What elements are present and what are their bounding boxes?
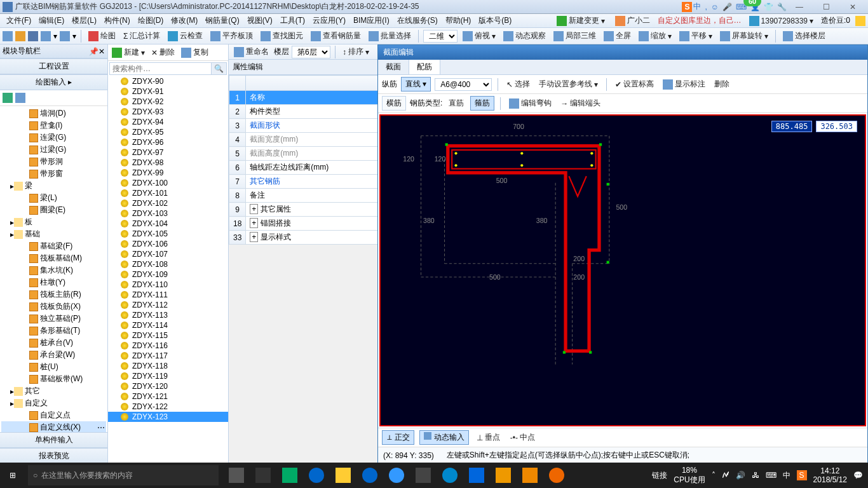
tree-item[interactable]: ▸板 [1, 216, 106, 228]
list-item[interactable]: ZDYX-123 [108, 412, 228, 422]
list-item[interactable]: ZDYX-115 [108, 330, 228, 341]
notif-icon[interactable]: 💬 [853, 471, 863, 480]
pin-icon[interactable]: 📌 [89, 47, 98, 56]
top-view-button[interactable]: 俯视 ▾ [460, 29, 498, 43]
tray-sogou-icon[interactable]: S [797, 470, 807, 480]
list-item[interactable]: ZDYX-120 [108, 381, 228, 391]
ortho-button[interactable]: ⊥ 正交 [382, 430, 414, 445]
menu-tools[interactable]: 工具(T) [276, 14, 309, 27]
straight-button[interactable]: 直筋 [446, 97, 466, 110]
list-item[interactable]: ZDYX-92 [108, 97, 228, 107]
menu-modify[interactable]: 修改(M) [167, 14, 201, 27]
edit-hook-button[interactable]: 编辑弯钩 [506, 97, 554, 110]
tray-up-icon[interactable]: ˄ [712, 471, 715, 480]
list-item[interactable]: ZDYX-108 [108, 259, 228, 269]
menu-help[interactable]: 帮助(H) [442, 14, 475, 27]
close-button[interactable]: ✕ [840, 1, 865, 13]
clock[interactable]: 14:122018/5/12 [813, 466, 847, 484]
ime-icons[interactable]: 中 , ☺ 🎤 ⌨ 👤 👕 🔧 [693, 1, 787, 12]
perp-button[interactable]: ⊥ 垂点 [474, 431, 503, 444]
tree-item[interactable]: 筏板主筋(R) [1, 288, 106, 301]
app-icon[interactable] [464, 463, 489, 488]
tree-item[interactable]: 独立基础(P) [1, 313, 106, 325]
search-button[interactable]: 🔍 [212, 62, 227, 75]
tree-item[interactable]: 筏板基础(M) [1, 252, 106, 264]
set-elev-button[interactable]: ✔ 设置标高 [613, 78, 656, 91]
redo-icon[interactable] [60, 31, 70, 41]
item-list[interactable]: ZDYX-90ZDYX-91ZDYX-92ZDYX-93ZDYX-94ZDYX-… [108, 76, 228, 464]
list-item[interactable]: ZDYX-105 [108, 229, 228, 239]
local-3d-button[interactable]: 局部三维 [551, 29, 599, 43]
flat-top-button[interactable]: 平齐板顶 [208, 29, 255, 43]
undo-icon[interactable] [41, 31, 51, 41]
sort-button[interactable]: ↕ 排序 ▾ [340, 45, 372, 58]
pan-button[interactable]: 平移 ▾ [677, 29, 715, 43]
tray-lang[interactable]: 中 [783, 470, 790, 481]
tree-item[interactable]: 墙洞(D) [1, 107, 106, 119]
list-item[interactable]: ZDYX-98 [108, 158, 228, 168]
list-item[interactable]: ZDYX-122 [108, 402, 228, 412]
update-badge[interactable]: 60 [743, 0, 761, 6]
app-icon[interactable] [277, 463, 302, 488]
tree-item[interactable]: 承台梁(W) [1, 349, 106, 361]
orbit-button[interactable]: 动态观察 [501, 29, 548, 43]
tree-item[interactable]: 梁(L) [1, 192, 106, 204]
undo-dd[interactable]: ▾ [53, 32, 57, 41]
tray-vol-icon[interactable]: 🔊 [736, 471, 745, 480]
tree-item[interactable]: 条形基础(T) [1, 325, 106, 337]
select-floor-button[interactable]: 选择楼层 [780, 29, 828, 43]
nav-sec-single[interactable]: 单构件输入 [0, 432, 107, 448]
menu-component[interactable]: 构件(N) [100, 14, 134, 27]
list-item[interactable]: ZDYX-109 [108, 269, 228, 280]
line-button[interactable]: 直线 ▾ [401, 77, 431, 92]
rename-button[interactable]: 重命名 [231, 45, 271, 58]
store-icon[interactable] [410, 463, 436, 488]
list-item[interactable]: ZDYX-113 [108, 310, 228, 320]
tree-item[interactable]: 基础梁(F) [1, 240, 106, 252]
list-item[interactable]: ZDYX-91 [108, 86, 228, 97]
menu-file[interactable]: 文件(F) [3, 14, 35, 27]
tray-net-icon[interactable]: 🖧 [752, 471, 759, 480]
cpu-meter[interactable]: 18%CPU使用 [674, 466, 705, 485]
cloud-check-button[interactable]: 云检查 [165, 29, 205, 43]
draw-button[interactable]: 绘图 [86, 29, 118, 43]
open-icon[interactable] [15, 31, 25, 41]
app-icon[interactable] [437, 463, 463, 488]
tree-item[interactable]: 集水坑(K) [1, 264, 106, 276]
nav-sec-report[interactable]: 报表预览 [0, 448, 107, 464]
maximize-button[interactable]: ☐ [813, 1, 839, 13]
tree-item[interactable]: 连梁(G) [1, 132, 106, 144]
sum-button[interactable]: Σ 汇总计算 [121, 29, 163, 43]
tree-item[interactable]: 桩承台(V) [1, 337, 106, 349]
taskview-icon[interactable] [224, 463, 249, 488]
tree-item[interactable]: 桩(U) [1, 361, 106, 373]
app-icon[interactable] [491, 463, 516, 488]
tree-item[interactable]: 筏板负筋(X) [1, 301, 106, 313]
del-item-button[interactable]: ✕ 删除 [149, 46, 177, 59]
ime-icon[interactable]: 🔧 [777, 3, 787, 11]
nav-sec-project[interactable]: 工程设置 [0, 58, 107, 74]
batch-sel-button[interactable]: 批量选择 [366, 29, 414, 43]
rotate-button[interactable]: 屏幕旋转 ▾ [717, 29, 771, 43]
fullscreen-button[interactable]: 全屏 [601, 29, 634, 43]
close-panel-icon[interactable]: ✕ [98, 47, 105, 56]
list-item[interactable]: ZDYX-96 [108, 137, 228, 147]
list-item[interactable]: ZDYX-114 [108, 320, 228, 330]
tree-item[interactable]: 自定义点 [1, 409, 106, 421]
new-item-button[interactable]: 新建 ▾ [109, 46, 147, 59]
tree-item[interactable]: 过梁(G) [1, 144, 106, 156]
list-item[interactable]: ZDYX-102 [108, 198, 228, 208]
save-icon[interactable] [28, 31, 38, 41]
list-item[interactable]: ZDYX-110 [108, 280, 228, 290]
menu-version[interactable]: 版本号(B) [475, 14, 515, 27]
start-button[interactable]: ⊞ [0, 463, 25, 488]
list-item[interactable]: ZDYX-104 [108, 219, 228, 229]
tray-ime-icon[interactable]: ⌨ [766, 471, 776, 480]
tree-item[interactable]: ▸梁 [1, 180, 106, 192]
list-item[interactable]: ZDYX-111 [108, 290, 228, 300]
list-item[interactable]: ZDYX-112 [108, 300, 228, 310]
ime-icon[interactable]: , [705, 3, 707, 11]
mid-button[interactable]: -•- 中点 [508, 431, 538, 444]
section-canvas[interactable]: 885.485 326.503 [379, 114, 866, 426]
nav-tree[interactable]: 墙洞(D)壁龛(I)连梁(G)过梁(G)带形洞带形窗▸梁梁(L)圈梁(E)▸板▸… [0, 106, 107, 432]
